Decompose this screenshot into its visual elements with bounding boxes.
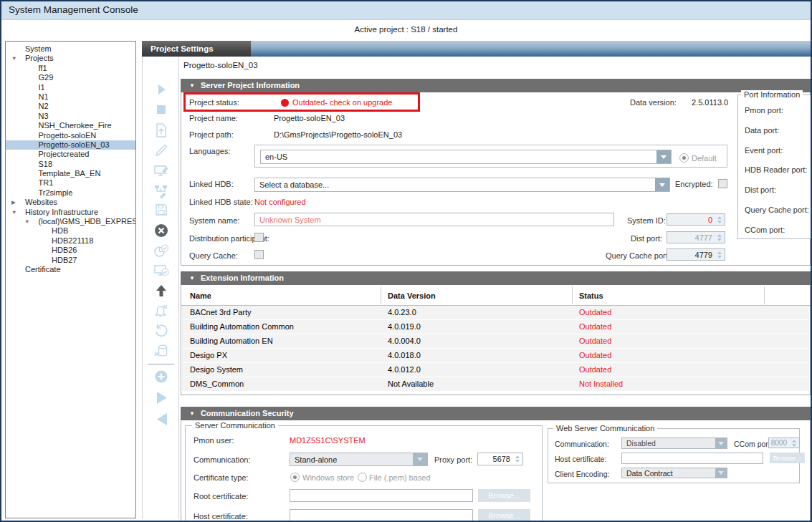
tree-item-system[interactable]: System (6, 44, 135, 54)
chevron-down-icon[interactable] (715, 468, 727, 478)
tree-item-n2[interactable]: N2 (6, 102, 135, 111)
windows-store-radio[interactable] (290, 473, 300, 482)
port-field-label-pmon-port: Pmon port: (745, 106, 783, 115)
system-name-input[interactable]: Unknown System (254, 213, 614, 226)
restore-history-db-button[interactable] (152, 322, 171, 340)
delete-history-db-button[interactable] (152, 342, 171, 360)
encrypted-checkbox[interactable] (718, 179, 727, 188)
web-host-certificate-browse-button[interactable]: Browse... (770, 453, 805, 463)
tree-item-ff1[interactable]: ff1 (6, 64, 135, 73)
host-certificate-input[interactable] (290, 509, 473, 522)
language-dropdown[interactable]: en-US (260, 150, 672, 164)
spinner-arrows-icon[interactable] (715, 251, 725, 258)
expanded-arrow-icon[interactable]: ▼ (11, 54, 16, 63)
extension-row[interactable]: DMS_CommonNot AvailableNot Installed (182, 377, 809, 391)
tree-item-hdb27[interactable]: HDB27 (6, 256, 135, 265)
tree-item-tr2simple[interactable]: Tr2simple (6, 188, 135, 198)
section-server-project-information[interactable]: ▼Server Project Information (181, 79, 811, 92)
start-project-button[interactable] (152, 80, 171, 99)
edit-project-button[interactable] (152, 141, 171, 160)
tree-item-tr1[interactable]: TR1 (6, 178, 135, 188)
tree-item-i1[interactable]: I1 (6, 83, 135, 92)
client-encoding-dropdown[interactable]: Data Contract (621, 468, 727, 478)
chevron-down-icon[interactable] (655, 178, 669, 191)
activate-project-button[interactable] (152, 388, 171, 407)
ccom-port-spinner[interactable]: 8000 (768, 438, 800, 448)
stop-project-button[interactable] (152, 100, 171, 119)
edit-project-settings-button[interactable] (152, 162, 171, 180)
tree-item-projectcreated[interactable]: Projectcreated (6, 150, 135, 159)
tree-item-g29[interactable]: G29 (6, 73, 135, 82)
collapsed-arrow-icon[interactable]: ▶ (11, 198, 16, 207)
edit-distribution-button[interactable] (152, 182, 171, 200)
ccom-port-value: 8000 (769, 439, 790, 447)
tree-item-nsh-cherokee-fire[interactable]: NSH_Cherokee_Fire (6, 121, 135, 130)
spinner-arrows-icon[interactable] (715, 216, 725, 223)
column-header-status[interactable]: Status (579, 289, 603, 302)
tree-item-progetto-soloen-03[interactable]: Progetto-soloEN_03 (6, 140, 135, 150)
spinner-arrows-icon[interactable] (513, 455, 522, 463)
host-certificate-browse-button[interactable]: Browse... (478, 509, 530, 522)
chevron-down-icon[interactable] (413, 453, 427, 465)
tree-item-label: HDB26 (52, 246, 77, 254)
web-communication-dropdown[interactable]: Disabled (621, 438, 727, 449)
tree-item--local-gms-hdb-express[interactable]: ▼(local)\GMS_HDB_EXPRESS (6, 217, 135, 226)
distribution-participant-checkbox[interactable] (254, 233, 264, 242)
default-language-radio[interactable] (679, 153, 689, 163)
restore-project-button[interactable] (152, 121, 171, 140)
query-cache-checkbox[interactable] (254, 250, 264, 259)
expanded-arrow-icon[interactable]: ▼ (11, 208, 16, 217)
tree-item-label: Websites (25, 198, 57, 206)
add-project-button[interactable] (152, 367, 171, 386)
tree-item-label: Tr2simple (39, 188, 73, 197)
linked-hdb-dropdown[interactable]: Select a database... (254, 178, 670, 192)
web-host-certificate-input[interactable] (621, 453, 763, 464)
spinner-arrows-icon[interactable] (715, 234, 725, 241)
dist-port-spinner[interactable]: 4777 (667, 231, 725, 243)
root-certificate-input[interactable] (290, 489, 473, 502)
tree-item-template-ba-en[interactable]: Template_BA_EN (6, 169, 135, 178)
tree-item-n1[interactable]: N1 (6, 92, 135, 102)
tree-item-hdb26[interactable]: HDB26 (6, 246, 135, 255)
tree-item-certificate[interactable]: Certificate (6, 265, 135, 274)
system-id-spinner[interactable]: 0 (667, 213, 725, 226)
validate-project-button[interactable] (152, 241, 171, 260)
section-extension-information[interactable]: ▼Extension Information (181, 271, 811, 285)
root-certificate-browse-button[interactable]: Browse... (478, 489, 530, 502)
tree-item-history-infrastructure[interactable]: ▼History Infrastructure (6, 208, 135, 217)
tree-item-progetto-soloen[interactable]: Progetto-soloEN (6, 131, 135, 140)
extension-row[interactable]: Building Automation Common4.0.019.0Outda… (182, 320, 809, 334)
chevron-down-icon[interactable] (656, 150, 671, 163)
extension-row[interactable]: BACnet 3rd Party4.0.23.0Outdated (182, 306, 809, 319)
save-button[interactable] (152, 200, 171, 219)
tree-item-n3[interactable]: N3 (6, 112, 135, 121)
server-communication-dropdown[interactable]: Stand-alone (290, 453, 428, 466)
expanded-arrow-icon[interactable]: ▼ (24, 217, 29, 226)
query-cache-port-spinner[interactable]: 4779 (667, 248, 725, 261)
section-communication-security[interactable]: ▼Communication Security (181, 407, 811, 420)
deactivate-project-button[interactable] (152, 410, 171, 428)
column-header-name[interactable]: Name (190, 289, 211, 302)
extension-status: Outdated (579, 320, 611, 334)
extension-row[interactable]: Desigo System4.0.012.0Outdated (182, 363, 809, 377)
spinner-arrows-icon[interactable] (790, 440, 799, 447)
tree-item-s18[interactable]: S18 (6, 160, 135, 169)
tab-project-settings[interactable]: Project Settings (142, 41, 251, 57)
upgrade-project-button[interactable] (152, 281, 171, 300)
extension-row[interactable]: Desigo PX4.0.018.0Outdated (182, 349, 809, 362)
tree-item-websites[interactable]: ▶Websites (6, 198, 135, 207)
column-divider (764, 286, 765, 304)
close-project-button[interactable] (152, 221, 171, 240)
tree-item-label: HDB27 (52, 256, 77, 264)
port-information-group: Port Information Pmon port:Data port:Eve… (737, 95, 812, 239)
validate-system-button[interactable] (152, 261, 171, 280)
extension-row[interactable]: Building Automation EN4.0.004.0Outdated (182, 334, 809, 348)
tree-item-hdb[interactable]: HDB (6, 226, 135, 236)
tree-item-hdb221118[interactable]: HDB221118 (6, 236, 135, 246)
column-header-data-version[interactable]: Data Version (388, 289, 436, 302)
proxy-port-spinner[interactable]: 5678 (477, 453, 523, 465)
chevron-down-icon[interactable] (715, 438, 727, 448)
suppress-alarms-button[interactable] (152, 301, 171, 320)
tree-item-projects[interactable]: ▼Projects (6, 54, 135, 63)
pem-file-radio[interactable] (358, 473, 367, 482)
